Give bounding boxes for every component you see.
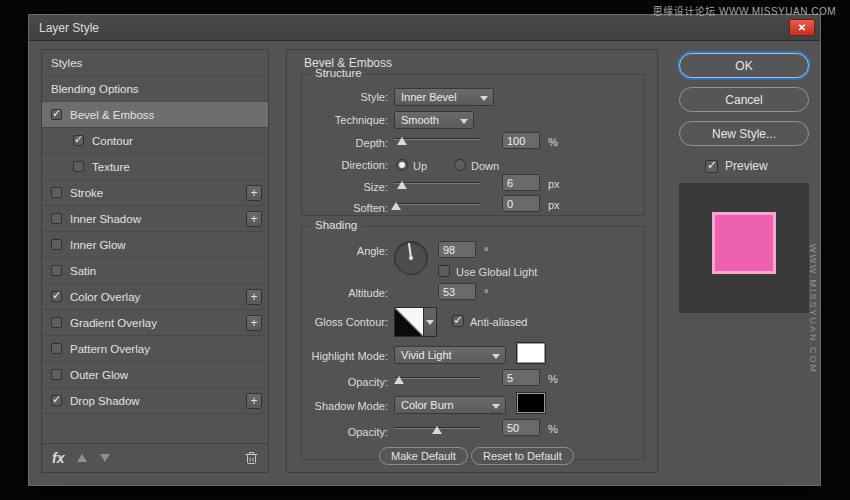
shadow-mode-dropdown[interactable]: Color Burn [394, 396, 506, 414]
style-value: Inner Bevel [401, 91, 457, 103]
delete-effect-button[interactable] [245, 451, 258, 465]
sidebar-item-stroke[interactable]: Stroke + [42, 180, 268, 206]
slider-thumb[interactable] [397, 137, 407, 145]
soften-input[interactable] [502, 195, 540, 212]
shadow-opacity-unit: % [548, 423, 558, 435]
new-style-button[interactable]: New Style... [679, 121, 809, 146]
stroke-checkbox[interactable] [51, 187, 62, 198]
highlight-opacity-label: Opacity: [302, 376, 388, 388]
gradient-overlay-checkbox[interactable] [51, 317, 62, 328]
slider-thumb[interactable] [397, 181, 407, 189]
use-global-light-checkbox[interactable] [438, 265, 450, 277]
sidebar-item-label: Blending Options [51, 83, 139, 95]
slider-thumb[interactable] [394, 376, 404, 384]
technique-dropdown[interactable]: Smooth [394, 111, 474, 129]
preview-area [679, 183, 809, 313]
ok-button[interactable]: OK [679, 53, 809, 78]
make-default-button[interactable]: Make Default [379, 447, 468, 465]
soften-slider[interactable] [394, 196, 480, 210]
slider-track [394, 203, 480, 205]
sidebar-item-label: Texture [92, 161, 130, 173]
bevel-emboss-checkbox[interactable] [51, 109, 62, 120]
slider-thumb[interactable] [391, 202, 401, 210]
add-gradient-overlay-button[interactable]: + [246, 315, 262, 331]
sidebar-item-label: Drop Shadow [70, 395, 140, 407]
close-button[interactable]: ✕ [789, 19, 815, 36]
preview-checkbox[interactable] [705, 160, 718, 173]
shadow-opacity-input[interactable] [502, 419, 540, 436]
sidebar-item-bevel-emboss[interactable]: Bevel & Emboss [42, 102, 268, 128]
chevron-down-icon [460, 119, 468, 124]
gloss-contour-dropdown-arrow[interactable] [424, 307, 437, 337]
sidebar-item-pattern-overlay[interactable]: Pattern Overlay [42, 336, 268, 362]
direction-down-radio[interactable] [454, 159, 466, 171]
move-down-icon[interactable] [100, 454, 110, 462]
sidebar-item-gradient-overlay[interactable]: Gradient Overlay + [42, 310, 268, 336]
use-global-light-label: Use Global Light [456, 266, 537, 278]
altitude-unit: ° [484, 287, 488, 299]
slider-track [394, 138, 480, 140]
sidebar-item-color-overlay[interactable]: Color Overlay + [42, 284, 268, 310]
shadow-mode-value: Color Burn [401, 399, 454, 411]
chevron-down-icon [492, 354, 500, 359]
angle-input[interactable] [438, 241, 476, 258]
fx-icon[interactable]: fx [52, 450, 64, 466]
pattern-overlay-checkbox[interactable] [51, 343, 62, 354]
sidebar-item-label: Color Overlay [70, 291, 140, 303]
contour-checkbox[interactable] [73, 135, 84, 146]
sidebar-item-drop-shadow[interactable]: Drop Shadow + [42, 388, 268, 414]
size-input[interactable] [502, 174, 540, 191]
drop-shadow-checkbox[interactable] [51, 395, 62, 406]
altitude-input[interactable] [438, 283, 476, 300]
inner-glow-checkbox[interactable] [51, 239, 62, 250]
shadow-color-swatch[interactable] [516, 392, 546, 414]
inner-shadow-checkbox[interactable] [51, 213, 62, 224]
depth-input[interactable] [502, 132, 540, 149]
add-drop-shadow-button[interactable]: + [246, 393, 262, 409]
chevron-down-icon [492, 404, 500, 409]
sidebar-item-blending-options[interactable]: Blending Options [42, 76, 268, 102]
sidebar-item-inner-glow[interactable]: Inner Glow [42, 232, 268, 258]
size-slider[interactable] [394, 175, 480, 189]
angle-dial[interactable] [394, 241, 428, 275]
layer-style-dialog: Layer Style ✕ Styles Blending Options Be… [28, 14, 821, 486]
style-dropdown[interactable]: Inner Bevel [394, 88, 494, 106]
sidebar-item-outer-glow[interactable]: Outer Glow [42, 362, 268, 388]
highlight-opacity-input[interactable] [502, 369, 540, 386]
add-color-overlay-button[interactable]: + [246, 289, 262, 305]
anti-aliased-checkbox[interactable] [452, 315, 464, 327]
soften-label: Soften: [302, 202, 388, 214]
add-stroke-button[interactable]: + [246, 185, 262, 201]
sidebar-item-texture[interactable]: Texture [42, 154, 268, 180]
add-inner-shadow-button[interactable]: + [246, 211, 262, 227]
preview-toggle[interactable]: Preview [705, 159, 768, 173]
sidebar-item-styles[interactable]: Styles [42, 50, 268, 76]
satin-checkbox[interactable] [51, 265, 62, 276]
cancel-button[interactable]: Cancel [679, 87, 809, 112]
color-overlay-checkbox[interactable] [51, 291, 62, 302]
outer-glow-checkbox[interactable] [51, 369, 62, 380]
dialog-titlebar[interactable]: Layer Style [29, 15, 820, 41]
slider-track [394, 182, 480, 184]
sidebar-item-label: Styles [51, 57, 82, 69]
depth-unit: % [548, 136, 558, 148]
move-up-icon[interactable] [77, 454, 87, 462]
size-unit: px [548, 178, 560, 190]
texture-checkbox[interactable] [73, 161, 84, 172]
reset-to-default-button[interactable]: Reset to Default [471, 447, 574, 465]
direction-up-radio[interactable] [396, 159, 408, 171]
gloss-contour-thumbnail[interactable] [394, 307, 424, 337]
shading-legend: Shading [310, 219, 362, 231]
sidebar-item-inner-shadow[interactable]: Inner Shadow + [42, 206, 268, 232]
direction-label: Direction: [302, 159, 388, 171]
shadow-opacity-slider[interactable] [394, 420, 480, 434]
highlight-mode-dropdown[interactable]: Vivid Light [394, 346, 506, 364]
sidebar-item-satin[interactable]: Satin [42, 258, 268, 284]
angle-label: Angle: [302, 245, 388, 257]
sidebar-item-contour[interactable]: Contour [42, 128, 268, 154]
shadow-mode-label: Shadow Mode: [302, 400, 388, 412]
highlight-opacity-slider[interactable] [394, 370, 480, 384]
depth-slider[interactable] [394, 131, 480, 145]
slider-thumb[interactable] [432, 426, 442, 434]
highlight-color-swatch[interactable] [516, 342, 546, 364]
